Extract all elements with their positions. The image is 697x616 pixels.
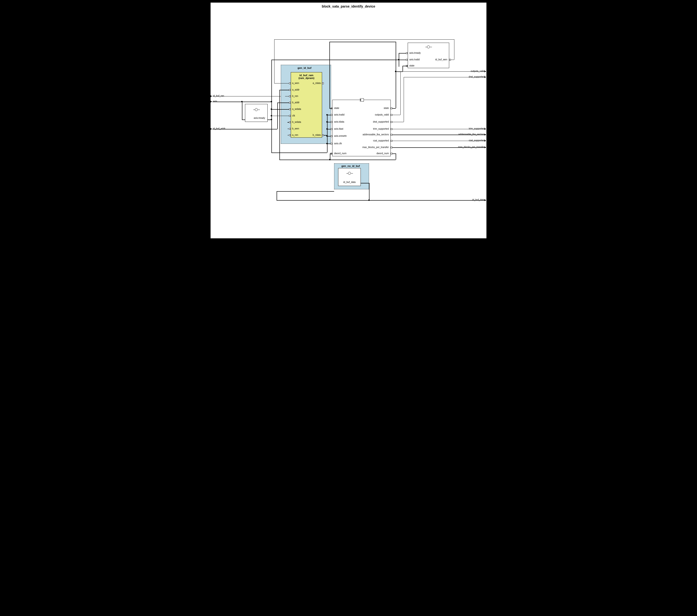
combo-icon [425, 45, 432, 48]
ram-port-b_ren: b_ren [292, 95, 298, 97]
wire [274, 39, 275, 83]
wire-bus [271, 60, 272, 152]
wire-bus [402, 66, 408, 66]
wire-bus [330, 160, 396, 160]
wire-bus [396, 153, 396, 160]
ram-port-a_addr: a_addr [292, 88, 299, 91]
wire-bus [287, 122, 289, 123]
ext-port-axis: axis [213, 100, 217, 103]
wire-bus [242, 102, 271, 102]
port-mark [289, 95, 291, 97]
port-mark [391, 147, 392, 148]
ram-port-a_wen: a_wen [292, 82, 299, 85]
wire-bus [279, 90, 285, 90]
ram-port-a_rdata: a_rdata [313, 82, 321, 85]
ext-port-out-arrow [485, 71, 486, 72]
port-mark [330, 143, 332, 145]
wire [400, 72, 401, 115]
port-mark [449, 59, 451, 61]
wire [285, 83, 289, 84]
diagram-title: block_sata_parse_identify_device [210, 4, 487, 8]
main-port-rzat_supported: rzat_supported [373, 139, 389, 142]
junction-dot [271, 101, 272, 102]
junction-dot [398, 59, 399, 60]
wire-bus [279, 90, 280, 160]
wire-bus [212, 129, 277, 130]
wire-bus [242, 120, 245, 120]
ext-port-in-arrow [210, 101, 212, 103]
port-mark [289, 121, 291, 123]
main-port-addressable_lba: addressable_lba_sectors [362, 133, 389, 136]
port-mark [406, 59, 408, 61]
main-port-max_blocks: max_blocks_per_transfer [362, 146, 389, 149]
wire-bus [285, 109, 289, 110]
main-port-sresetn: axis.sresetn [334, 135, 346, 137]
wire-bus [277, 191, 334, 192]
junction-dot [326, 114, 328, 116]
wire-bus [242, 102, 242, 120]
wire-bus [327, 115, 327, 152]
gen_no_id_buf-title: gen_no_id_buf [341, 165, 360, 167]
port-mark [391, 140, 392, 142]
id_buf_data-port: id_buf_data [338, 181, 360, 183]
ram-port-b_wdata: b_wdata [292, 121, 301, 123]
ext-max_blocks_per_transfer: max_blocks_per_transfer [458, 146, 485, 148]
wire-bus [369, 183, 370, 200]
wire-bus [277, 103, 285, 103]
wire-bus [279, 160, 330, 160]
wire-bus [329, 42, 330, 108]
junction-dot [368, 199, 370, 201]
register-icon [360, 98, 364, 102]
port-mark [391, 107, 392, 109]
id_buf_ram-type: (ram_dpram) [291, 77, 322, 79]
port-mark [391, 121, 392, 123]
wire-bus [392, 108, 396, 109]
port-mark [391, 153, 392, 154]
port-mark [289, 134, 291, 136]
main-port-dword_num-out: dword_num [376, 152, 389, 155]
wire-bus [277, 200, 486, 201]
wire-bus [271, 60, 399, 60]
wire [285, 96, 289, 96]
wire-bus [212, 102, 242, 102]
ext-addressable_lba_sectors: addressable_lba_sectors [458, 133, 485, 136]
port-mark [322, 82, 324, 84]
junction-dot [395, 71, 396, 72]
main-port-outputs_valid: outputs_valid [375, 114, 389, 116]
junction-dot [326, 143, 328, 144]
junction-dot [271, 115, 272, 117]
ext-id_buf_data: id_buf_data [472, 198, 485, 201]
port-mark [289, 128, 291, 130]
port-mark [289, 102, 291, 104]
port-mark [391, 128, 392, 130]
ext-port-id_buf_addr: id_buf_addr [213, 127, 225, 130]
junction-dot [329, 159, 330, 160]
ext-trim_supported: trim_supported [469, 127, 485, 130]
ext-port-out-arrow [485, 199, 486, 201]
ram-port-clk: clk [292, 114, 295, 117]
main-port-tdata: axis.tdata [334, 120, 344, 123]
port-mark [330, 114, 332, 116]
wire-bus [402, 66, 403, 72]
wire-bus [277, 103, 278, 129]
wire-bus [285, 103, 289, 103]
wire-bus [329, 42, 396, 42]
port-mark [330, 121, 332, 123]
tready-port-label: axis.tready [254, 117, 265, 119]
port-mark [289, 89, 291, 91]
ext-port-out-arrow [485, 128, 486, 130]
junction-dot [271, 108, 272, 110]
main-port-clk: axis.clk [334, 142, 342, 145]
port-mark [289, 82, 291, 84]
wire-bus [271, 109, 285, 110]
ram-port-b_rdata: b_rdata [313, 134, 321, 136]
top-port-id_buf_wen: id_buf_wen [435, 58, 447, 61]
top-port-tvalid: axis.tvalid [409, 58, 420, 61]
port-mark [406, 52, 408, 54]
wire-bus [361, 183, 369, 183]
junction-dot [326, 128, 328, 130]
ext-rzat_supported: rzat_supported [469, 139, 485, 142]
wire [212, 96, 289, 96]
main-port-state-in: state [334, 107, 339, 109]
port-mark [330, 128, 332, 130]
